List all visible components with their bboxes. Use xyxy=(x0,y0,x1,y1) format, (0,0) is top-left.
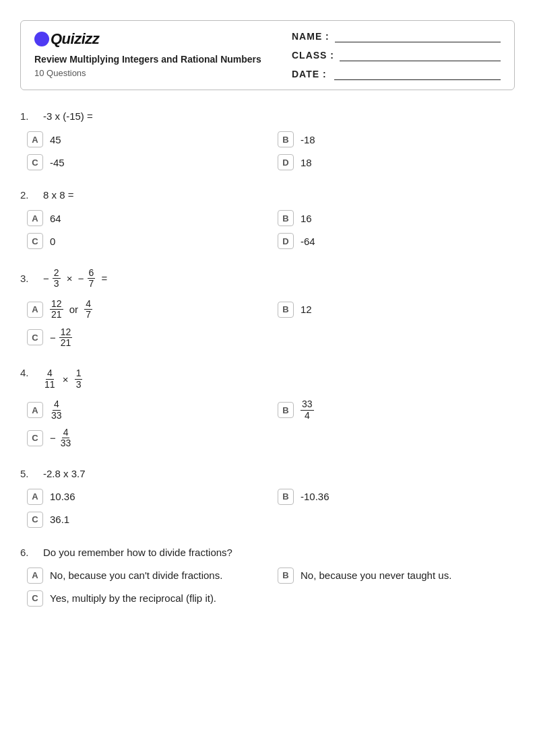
question-4-number: 4. xyxy=(20,367,35,378)
quiz-subtitle: 10 Questions xyxy=(34,68,261,78)
question-2-options: A 64 B 16 C 0 D -64 xyxy=(20,210,515,249)
option-2C-badge: C xyxy=(27,233,43,249)
q4b-frac: 334 xyxy=(301,399,314,421)
question-1-header: 1. -3 x (-15) = xyxy=(20,110,515,122)
option-6C-badge: C xyxy=(27,590,43,607)
question-6-options: A No, because you can't divide fractions… xyxy=(20,568,515,607)
class-label: CLASS : xyxy=(292,50,334,61)
name-field-row: NAME : xyxy=(292,30,501,42)
q3a-frac1: 1221 xyxy=(50,299,63,320)
option-2C[interactable]: C 0 xyxy=(27,233,264,249)
option-1B-text: -18 xyxy=(301,134,315,145)
name-label: NAME : xyxy=(292,31,329,42)
option-2B-text: 16 xyxy=(301,213,312,224)
option-2D-text: -64 xyxy=(301,236,315,247)
question-4-options: A 433 B 334 C −433 xyxy=(20,399,515,449)
quizizz-logo-text: Quizizz xyxy=(51,30,99,48)
class-input-line[interactable] xyxy=(340,49,501,61)
question-6: 6. Do you remember how to divide fractio… xyxy=(20,547,515,607)
option-1B[interactable]: B -18 xyxy=(278,131,515,147)
option-5A[interactable]: A 10.36 xyxy=(27,489,264,505)
option-1D-badge: D xyxy=(278,154,294,170)
q4a-frac: 433 xyxy=(50,399,63,421)
option-2A-text: 64 xyxy=(50,213,61,224)
option-3B-text: 12 xyxy=(301,304,312,315)
option-5A-badge: A xyxy=(27,489,43,505)
question-2-number: 2. xyxy=(20,189,35,201)
option-6A[interactable]: A No, because you can't divide fractions… xyxy=(27,568,264,584)
q4c-frac: 433 xyxy=(59,427,73,449)
question-5-header: 5. -2.8 x 3.7 xyxy=(20,468,515,479)
q4-frac1: 411 xyxy=(43,368,57,390)
question-3-text: −23 × −67 = xyxy=(43,268,107,289)
option-6B[interactable]: B No, because you never taught us. xyxy=(278,568,515,584)
option-3A-badge: A xyxy=(27,302,43,318)
q3-frac1: 23 xyxy=(53,268,61,289)
question-4-header: 4. 411 × 13 xyxy=(20,367,515,390)
question-1-number: 1. xyxy=(20,110,35,122)
option-1A[interactable]: A 45 xyxy=(27,131,264,147)
option-2A[interactable]: A 64 xyxy=(27,210,264,226)
quizizz-logo-icon xyxy=(34,32,49,46)
option-3A-text: 1221 or 47 xyxy=(50,299,92,320)
option-4B[interactable]: B 334 xyxy=(278,399,515,421)
option-3B-badge: B xyxy=(278,302,294,318)
option-5B[interactable]: B -10.36 xyxy=(278,489,515,505)
name-input-line[interactable] xyxy=(335,30,501,42)
option-4C-badge: C xyxy=(27,430,43,446)
question-3: 3. −23 × −67 = A 1221 or 47 B 12 C −1221 xyxy=(20,268,515,348)
quizizz-logo: Quizizz xyxy=(34,30,261,48)
option-1C-text: -45 xyxy=(50,157,65,168)
question-4-text: 411 × 13 xyxy=(43,368,82,390)
header-box: Quizizz Review Multiplying Integers and … xyxy=(20,20,515,90)
option-5B-badge: B xyxy=(278,489,294,505)
option-1D-text: 18 xyxy=(301,157,312,168)
option-3A[interactable]: A 1221 or 47 xyxy=(27,299,264,320)
option-6B-text: No, because you never taught us. xyxy=(301,570,451,581)
option-6C[interactable]: C Yes, multiply by the reciprocal (flip … xyxy=(27,590,515,607)
option-4C[interactable]: C −433 xyxy=(27,427,264,449)
option-5C-text: 36.1 xyxy=(50,514,69,525)
question-5-number: 5. xyxy=(20,468,35,479)
question-3-number: 3. xyxy=(20,273,35,284)
option-4B-badge: B xyxy=(278,402,294,418)
option-6C-text: Yes, multiply by the reciprocal (flip it… xyxy=(50,592,216,604)
option-4A[interactable]: A 433 xyxy=(27,399,264,421)
option-2C-text: 0 xyxy=(50,236,55,247)
question-3-header: 3. −23 × −67 = xyxy=(20,268,515,289)
option-5C[interactable]: C 36.1 xyxy=(27,512,264,528)
option-4C-text: −433 xyxy=(50,427,72,449)
option-4A-badge: A xyxy=(27,402,43,418)
option-1D[interactable]: D 18 xyxy=(278,154,515,170)
question-5-options: A 10.36 B -10.36 C 36.1 xyxy=(20,489,515,528)
question-6-number: 6. xyxy=(20,547,35,558)
option-2B[interactable]: B 16 xyxy=(278,210,515,226)
option-4A-text: 433 xyxy=(50,399,63,421)
option-1A-text: 45 xyxy=(50,134,61,145)
option-1C[interactable]: C -45 xyxy=(27,154,264,170)
q3-frac2: 67 xyxy=(88,268,96,289)
header-right: NAME : CLASS : DATE : xyxy=(292,30,501,80)
date-input-line[interactable] xyxy=(334,68,501,80)
question-6-header: 6. Do you remember how to divide fractio… xyxy=(20,547,515,558)
q4-frac2: 13 xyxy=(75,368,83,390)
question-6-text: Do you remember how to divide fractions? xyxy=(43,547,232,558)
date-label: DATE : xyxy=(292,69,329,79)
question-4: 4. 411 × 13 A 433 B 334 C −433 xyxy=(20,367,515,448)
option-5B-text: -10.36 xyxy=(301,491,329,502)
option-6A-text: No, because you can't divide fractions. xyxy=(50,570,222,581)
option-5C-badge: C xyxy=(27,512,43,528)
date-field-row: DATE : xyxy=(292,68,501,80)
question-2-header: 2. 8 x 8 = xyxy=(20,189,515,201)
question-2: 2. 8 x 8 = A 64 B 16 C 0 D -64 xyxy=(20,189,515,249)
option-3B[interactable]: B 12 xyxy=(278,299,515,320)
option-2B-badge: B xyxy=(278,210,294,226)
q3c-frac: 1221 xyxy=(59,327,73,349)
question-5: 5. -2.8 x 3.7 A 10.36 B -10.36 C 36.1 xyxy=(20,468,515,528)
option-6B-badge: B xyxy=(278,568,294,584)
option-2D[interactable]: D -64 xyxy=(278,233,515,249)
question-1-text: -3 x (-15) = xyxy=(43,110,93,122)
option-3C[interactable]: C −1221 xyxy=(27,327,264,349)
option-6A-badge: A xyxy=(27,568,43,584)
option-4B-text: 334 xyxy=(301,399,314,421)
